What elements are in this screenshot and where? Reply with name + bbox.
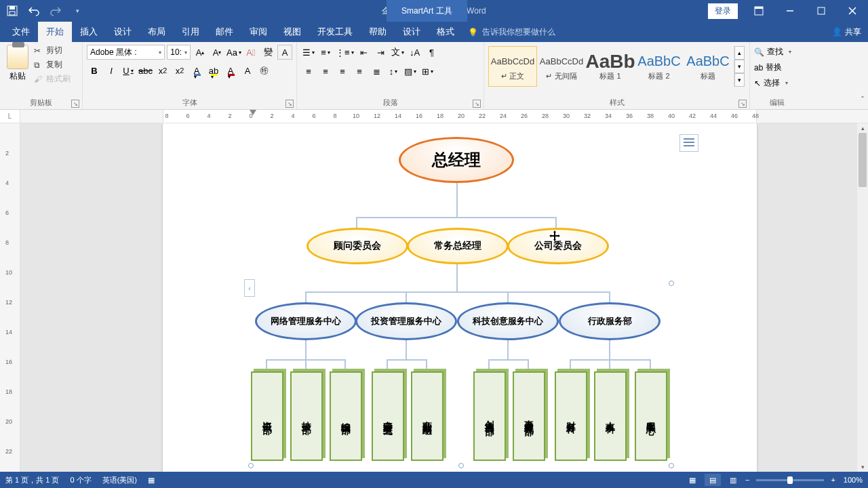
enclose-char-button[interactable]: ㊕ (257, 63, 272, 78)
style-item[interactable]: AaBbCcDd↵ 无间隔 (537, 46, 586, 87)
paragraph-launcher[interactable]: ↘ (473, 100, 481, 108)
char-shading-button[interactable]: A (240, 63, 255, 78)
org-node-leaf[interactable]: 财务科 (555, 371, 587, 461)
select-button[interactable]: ↖选择▾ (754, 77, 800, 89)
layout-options-button[interactable] (679, 134, 698, 152)
shrink-font-button[interactable]: A▾ (210, 45, 224, 60)
grow-font-button[interactable]: A▴ (193, 45, 208, 60)
font-size-combo[interactable]: 10:▾ (167, 45, 191, 60)
org-node-leaf[interactable]: 事业孵化部 (513, 371, 545, 461)
org-node-leaf[interactable]: 创业咨询部 (473, 371, 506, 461)
tell-me-search[interactable]: 💡 告诉我你想要做什么 (468, 26, 555, 42)
line-spacing-button[interactable]: ↕ (386, 64, 401, 79)
save-button[interactable] (5, 4, 19, 18)
print-layout-button[interactable]: ▤ (705, 474, 721, 486)
replace-button[interactable]: ab替换 (754, 62, 800, 73)
smartart-object[interactable]: ‹ (251, 130, 671, 466)
multilevel-button[interactable]: ⋮≡ (335, 45, 355, 60)
subscript-button[interactable]: x2 (155, 63, 170, 78)
gallery-up[interactable]: ▴ (734, 46, 745, 60)
org-node-root[interactable]: 总经理 (399, 137, 514, 183)
selection-handle[interactable] (458, 463, 464, 468)
selection-handle[interactable] (669, 463, 674, 468)
maximize-button[interactable] (806, 0, 837, 22)
style-item[interactable]: AaBb标题 1 (586, 46, 635, 87)
share-button[interactable]: 👤 共享 (832, 22, 861, 42)
close-button[interactable] (837, 0, 868, 22)
decrease-indent-button[interactable]: ⇤ (357, 45, 372, 60)
word-count[interactable]: 0 个字 (70, 475, 91, 485)
numbering-button[interactable]: ≡ (318, 45, 333, 60)
undo-button[interactable] (27, 4, 41, 18)
minimize-button[interactable] (774, 0, 806, 22)
style-item[interactable]: AaBbC标题 2 (635, 46, 684, 87)
paste-button[interactable]: 粘贴 (4, 45, 31, 85)
vertical-scrollbar[interactable]: ▴ ▾ (857, 123, 868, 472)
zoom-level[interactable]: 100% (844, 476, 863, 484)
font-launcher[interactable]: ↘ (285, 100, 294, 108)
tab-view[interactable]: 视图 (275, 22, 309, 42)
highlight-button[interactable]: ab (206, 63, 221, 78)
bold-button[interactable]: B (87, 63, 102, 78)
org-node-leaf[interactable]: 专业研究组 (372, 371, 404, 461)
copy-button[interactable]: ⧉复制 (34, 59, 71, 70)
login-button[interactable]: 登录 (708, 3, 738, 19)
tab-layout[interactable]: 布局 (140, 22, 174, 42)
selection-handle[interactable] (248, 463, 254, 468)
tab-mailings[interactable]: 邮件 (208, 22, 241, 42)
gallery-down[interactable]: ▾ (734, 60, 745, 73)
org-node[interactable]: 投资管理服务中心 (355, 302, 457, 340)
scroll-up-button[interactable]: ▴ (857, 123, 868, 133)
char-border-button[interactable]: A (277, 45, 292, 60)
selection-handle[interactable] (669, 281, 674, 286)
font-color-button[interactable]: A (223, 63, 238, 78)
org-node[interactable]: 顾问委员会 (307, 228, 408, 264)
align-left-button[interactable]: ≡ (301, 64, 316, 79)
justify-button[interactable]: ≡ (352, 64, 367, 79)
qat-customize[interactable]: ▾ (71, 4, 84, 18)
org-node-leaf[interactable]: 资讯部 (251, 371, 283, 461)
zoom-out-button[interactable]: − (745, 476, 749, 484)
show-marks-button[interactable]: ¶ (425, 45, 439, 60)
org-node[interactable]: 网络管理服务中心 (255, 302, 357, 340)
strikethrough-button[interactable]: abc (138, 63, 153, 78)
tab-home[interactable]: 开始 (38, 22, 72, 42)
align-right-button[interactable]: ≡ (335, 64, 350, 79)
org-node-leaf[interactable]: 商业计划组 (411, 371, 443, 461)
zoom-slider[interactable] (756, 479, 824, 481)
page[interactable]: ‹ (163, 123, 757, 472)
org-node-leaf[interactable]: 人事科 (594, 371, 627, 461)
tab-smartart-design[interactable]: 设计 (395, 22, 429, 42)
org-node[interactable]: 常务总经理 (407, 228, 509, 264)
org-node-leaf[interactable]: 客服中心 (635, 371, 667, 461)
horizontal-ruler[interactable]: L 86420246810121416182022242628303234363… (0, 110, 868, 123)
tab-smartart-format[interactable]: 格式 (429, 22, 462, 42)
tab-references[interactable]: 引用 (174, 22, 208, 42)
ribbon-display-options[interactable] (743, 0, 774, 22)
bullets-button[interactable]: ☰ (301, 45, 316, 60)
underline-button[interactable]: U (121, 63, 136, 78)
clipboard-launcher[interactable]: ↘ (71, 100, 79, 108)
superscript-button[interactable]: x2 (172, 63, 187, 78)
distributed-button[interactable]: ≣ (369, 64, 384, 79)
style-item[interactable]: AaBbCcDd↵ 正文 (488, 46, 537, 87)
gallery-more[interactable]: ▾ (734, 73, 745, 87)
font-name-combo[interactable]: Adobe 黑体 :▾ (87, 45, 165, 60)
change-case-button[interactable]: Aa (226, 45, 241, 60)
italic-button[interactable]: I (104, 63, 119, 78)
org-node-leaf[interactable]: 编辑部 (330, 371, 362, 461)
shading-button[interactable]: ▨ (403, 64, 418, 79)
tab-design[interactable]: 设计 (106, 22, 140, 42)
clear-format-button[interactable]: A⃠ (243, 45, 258, 60)
org-node[interactable]: 行政服务部 (559, 302, 660, 340)
read-mode-button[interactable]: ▦ (684, 474, 701, 486)
collapse-ribbon-button[interactable]: ˆ (861, 96, 864, 105)
styles-launcher[interactable]: ↘ (738, 100, 747, 108)
org-node[interactable]: 科技创意服务中心 (457, 302, 559, 340)
style-item[interactable]: AaBbC标题 (684, 46, 732, 87)
redo-button[interactable] (49, 4, 62, 18)
cut-button[interactable]: ✂剪切 (34, 45, 71, 56)
text-effects-button[interactable]: A (189, 63, 204, 78)
tab-file[interactable]: 文件 (4, 22, 38, 42)
phonetic-guide-button[interactable]: 變 (260, 45, 275, 60)
